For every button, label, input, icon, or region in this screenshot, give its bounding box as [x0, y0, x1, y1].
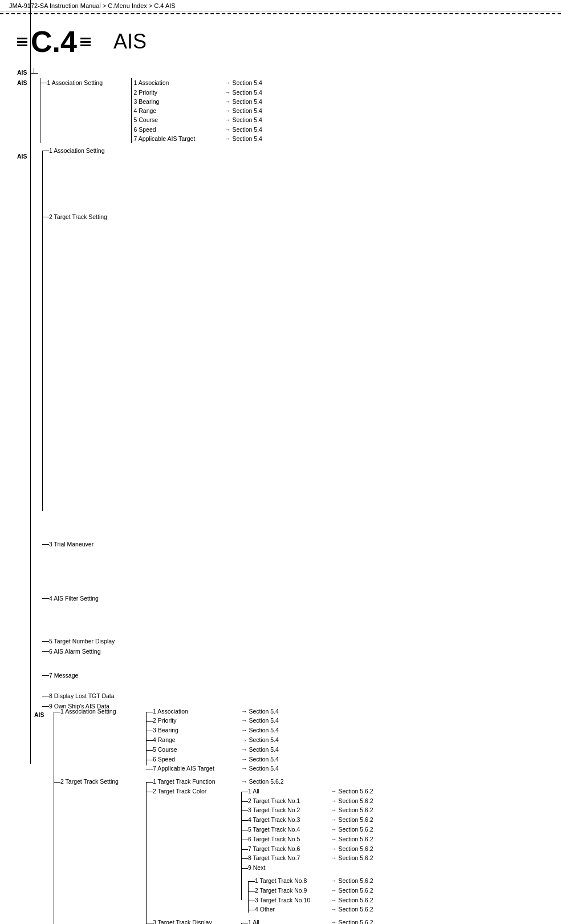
ais-root: AIS [17, 79, 27, 86]
list-item: 2 Target Track Color 1 All → Section 5.6… [146, 787, 373, 914]
list-item: 4 Other → Section 5.6.2 [248, 905, 373, 914]
list-item: 7 Message [42, 671, 139, 680]
chapter-title: AIS [113, 30, 147, 54]
list-item: 1 Association Setting [40, 78, 131, 87]
section-ref: → Section 5.4 [241, 735, 279, 745]
list-item: 8 Target Track No.7 → Section 5.6.2 [241, 853, 373, 863]
section-ref: → Section 5.4 [241, 755, 279, 764]
list-item: 7 Applicable AIS Target [134, 134, 223, 143]
list-item: 5 Target Number Display [42, 637, 139, 646]
assoc-label: 1 Association Setting [60, 707, 146, 716]
section-ref: → Section 5.4 [225, 78, 302, 87]
list-item: 3 Target Track Display 1 All → Section 5… [146, 918, 373, 924]
section-ref: → Section 5.4 [225, 106, 302, 115]
list-item: 7 Applicable AIS Target → Section 5.4 [146, 764, 279, 773]
chapter-lines-left [17, 38, 27, 46]
clean-tree: .t { display:flex; align-items:flex-star… [17, 707, 544, 924]
page-header: C.4 AIS [0, 15, 561, 62]
section-ref: → Section 5.4 [225, 115, 302, 124]
section-ref: → Section 5.4 [225, 134, 302, 143]
list-item: 4 Range → Section 5.4 [146, 735, 279, 745]
list-item: 2 Target Track No.1 → Section 5.6.2 [241, 796, 373, 806]
section-ref: → Section 5.6.2 [331, 787, 373, 796]
section-ref: → Section 5.6.2 [331, 834, 373, 844]
list-item: 5 Target Track No.4 → Section 5.6.2 [241, 825, 373, 834]
root-ais: AIS [17, 153, 27, 160]
section-ref: → Section 5.6.2 [331, 796, 373, 806]
tree-table: AIS 1 Association Setting 1 Association … [17, 78, 302, 143]
l1-trunk: 1 Association Setting 1 Association → Se… [54, 707, 373, 924]
list-item: 4 Target Track No.3 → Section 5.6.2 [241, 815, 373, 825]
section-ref: → Section 5.4 [225, 97, 302, 106]
chapter-box: C.4 [17, 27, 91, 56]
target-track-block: 2 Target Track Setting 1 Target Track Fu… [54, 777, 373, 924]
col-level1: 1 Association Setting 2 Target Track Set… [42, 146, 139, 712]
col-root: AIS [17, 146, 42, 712]
tree-layout: AIS 1 Association Setting [17, 146, 544, 712]
list-item: 1 Association [134, 78, 223, 87]
breadcrumb: JMA-9172-SA Instruction Manual > C.Menu … [0, 0, 561, 12]
list-item: 2 Target Track No.9 → Section 5.6.2 [248, 886, 373, 895]
list-item: 6 AIS Alarm Setting [42, 647, 139, 656]
section-ref: → Section 5.6.2 [331, 905, 373, 914]
main-content: AIS [0, 62, 561, 924]
list-item: 3 Target Track No.10 → Section 5.6.2 [248, 895, 373, 905]
full-tree: AIS 1 Association Setting [17, 146, 544, 712]
section-ref: → Section 5.6.2 [331, 853, 373, 863]
section-ref: → Section 5.4 [225, 88, 302, 97]
list-item: 1 All → Section 5.6.2 [241, 787, 373, 796]
list-item: 1 Target Track No.8 → Section 5.6.2 [248, 876, 373, 886]
section-ref: → Section 5.6.2 [331, 815, 373, 825]
list-item: 1 All → Section 5.6.2 [241, 918, 373, 924]
section-ref: → Section 5.6.2 [331, 805, 373, 815]
list-item: 4 Range [134, 106, 223, 115]
root-label: AIS [17, 68, 27, 77]
list-item: 2 Target Track Setting [42, 212, 139, 221]
section-ref: → Section 5.6.2 [331, 895, 373, 905]
list-item: 1 Target Track Function → Section 5.6.2 [146, 777, 373, 787]
list-item: 2 Priority [134, 88, 223, 97]
chapter-lines-right [80, 38, 91, 46]
list-item: 4 AIS Filter Setting [42, 594, 139, 603]
list-item: 5 Course → Section 5.4 [146, 745, 279, 755]
section-ref: → Section 5.4 [241, 707, 279, 716]
section-ref: → Section 5.4 [225, 125, 302, 134]
list-item: 5 Course [134, 115, 223, 124]
section-ref: → Section 5.6.2 [331, 886, 373, 895]
list-item: 3 Bearing → Section 5.4 [146, 726, 279, 735]
section-ref: → Section 5.6.2 [331, 876, 373, 886]
menu-tree: AIS [17, 68, 544, 712]
section-ref: → Section 5.6.2 [241, 777, 284, 787]
tree-root-row: AIS 1 Association Setting [34, 707, 544, 924]
list-item: 2 Priority → Section 5.4 [146, 716, 279, 726]
list-item: 3 Trial Maneuver [42, 540, 139, 549]
list-item: 1 Association Setting [42, 146, 139, 155]
list-item: 3 Target Track No.2 → Section 5.6.2 [241, 805, 373, 815]
list-item: 6 Speed → Section 5.4 [146, 755, 279, 764]
section-ref: → Section 5.4 [241, 745, 279, 755]
section-ref: → Section 5.6.2 [331, 844, 373, 854]
section-ref: → Section 5.4 [241, 716, 279, 726]
list-item: 9 Next [241, 863, 373, 873]
list-item: 6 Speed [134, 125, 223, 134]
ais-label: AIS [34, 707, 54, 720]
assoc-block: 1 Association Setting 1 Association → Se… [54, 707, 373, 774]
table-row: AIS 1 Association Setting 1 Association … [17, 78, 302, 143]
dashed-separator [0, 13, 561, 14]
section-ref: → Section 5.6.2 [331, 825, 373, 834]
list-item: 8 Display Lost TGT Data [42, 691, 139, 700]
list-item: 6 Target Track No.5 → Section 5.6.2 [241, 834, 373, 844]
section-ref: → Section 5.4 [241, 726, 279, 735]
section-ref: → Section 5.6.2 [331, 918, 373, 924]
list-item: 7 Target Track No.6 → Section 5.6.2 [241, 844, 373, 854]
chapter-number: C.4 [31, 27, 77, 56]
list-item: 3 Bearing [134, 97, 223, 106]
section-ref: → Section 5.4 [241, 764, 279, 773]
list-item: 1 Association → Section 5.4 [146, 707, 279, 716]
